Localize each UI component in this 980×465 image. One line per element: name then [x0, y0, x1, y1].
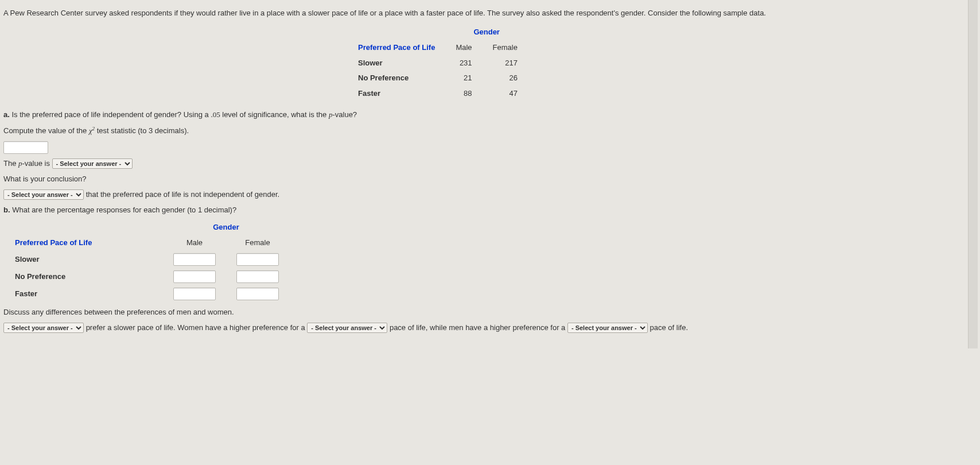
- row-label: Slower: [348, 56, 445, 71]
- discuss-select-1[interactable]: - Select your answer -: [3, 323, 84, 333]
- discuss-text3: pace of life.: [650, 323, 689, 332]
- pct-nopref-male-input[interactable]: [173, 270, 216, 283]
- cell-value: 21: [445, 71, 482, 86]
- col-female-header: Female: [483, 40, 528, 56]
- col-male-header-b: Male: [163, 235, 226, 251]
- conclusion-select[interactable]: - Select your answer -: [3, 189, 84, 200]
- part-a-text2: level of significance, what is the: [220, 110, 329, 119]
- part-a-text3: -value?: [332, 110, 357, 119]
- col-male-header: Male: [445, 40, 482, 56]
- chi-square-input[interactable]: [3, 141, 48, 154]
- part-b-label: b.: [3, 206, 10, 214]
- col-female-header-b: Female: [226, 235, 289, 251]
- conclusion-tail: that the preferred pace of life is not i…: [86, 190, 280, 199]
- discuss-prompt: Discuss any differences between the pref…: [3, 307, 972, 318]
- col-pace-header: Preferred Pace of Life: [358, 43, 435, 52]
- row-label: Faster: [348, 86, 445, 102]
- row-label: Slower: [5, 251, 163, 268]
- pct-faster-male-input[interactable]: [173, 288, 216, 300]
- pct-slower-male-input[interactable]: [173, 253, 216, 266]
- conclusion-question: What is your conclusion?: [3, 174, 972, 185]
- part-b-question: b. What are the percentage responses for…: [3, 205, 972, 216]
- compute-text2: test statistic (to 3 decimals).: [95, 126, 189, 135]
- discuss-select-2[interactable]: - Select your answer -: [307, 323, 387, 333]
- row-label: No Preference: [348, 71, 445, 86]
- chi-symbol: χ2: [89, 126, 95, 135]
- row-label: No Preference: [5, 268, 163, 285]
- pline-text2: -value is: [22, 159, 50, 168]
- gender-header-b: Gender: [213, 223, 239, 231]
- pct-nopref-female-input[interactable]: [236, 270, 279, 283]
- discuss-sentence: - Select your answer - prefer a slower p…: [3, 323, 688, 332]
- part-a-question: a. Is the preferred pace of life indepen…: [3, 110, 972, 121]
- compute-text1: Compute the value of the: [3, 126, 89, 135]
- intro-text: A Pew Research Center survey asked respo…: [3, 8, 972, 19]
- gender-header: Gender: [473, 28, 500, 36]
- cell-value: 217: [483, 56, 528, 71]
- pline-text1: The: [3, 159, 18, 168]
- alpha-value: .05: [211, 110, 220, 119]
- p-value-line: The p-value is - Select your answer -: [3, 158, 972, 169]
- discuss-text2: pace of life, while men have a higher pr…: [390, 323, 565, 332]
- cell-value: 88: [445, 86, 482, 102]
- data-table: Gender Preferred Pace of Life Male Femal…: [348, 25, 528, 102]
- pct-faster-female-input[interactable]: [236, 288, 279, 300]
- col-pace-header-b: Preferred Pace of Life: [15, 238, 92, 247]
- cell-value: 26: [483, 71, 528, 86]
- part-a-text1: Is the preferred pace of life independen…: [11, 110, 211, 119]
- part-b-text: What are the percentage responses for ea…: [12, 206, 236, 214]
- part-a-label: a.: [3, 110, 10, 119]
- discuss-text1: prefer a slower pace of life. Women have…: [86, 323, 305, 332]
- compute-line: Compute the value of the χ2 test statist…: [3, 125, 972, 137]
- discuss-select-3[interactable]: - Select your answer -: [567, 323, 648, 333]
- percentage-table: Gender Preferred Pace of Life Male Femal…: [5, 220, 289, 303]
- row-label: Faster: [5, 285, 163, 303]
- vertical-scrollbar[interactable]: [968, 0, 978, 348]
- cell-value: 231: [445, 56, 482, 71]
- pct-slower-female-input[interactable]: [236, 253, 279, 266]
- cell-value: 47: [483, 86, 528, 102]
- p-value-select[interactable]: - Select your answer -: [52, 158, 133, 169]
